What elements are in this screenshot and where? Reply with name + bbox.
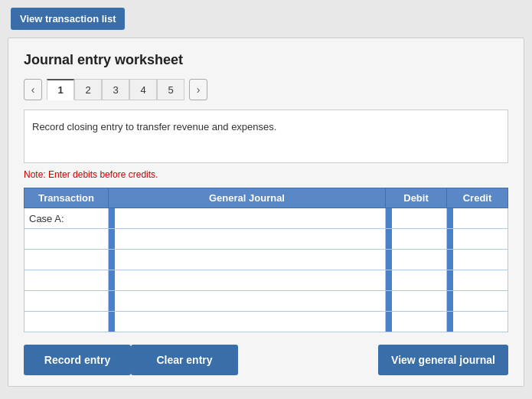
- debit-cell[interactable]: [386, 229, 447, 250]
- credit-cell[interactable]: [447, 270, 508, 291]
- blue-marker: [386, 208, 392, 228]
- general-journal-cell[interactable]: [109, 291, 386, 312]
- blue-marker: [447, 208, 453, 228]
- blue-marker: [447, 229, 453, 249]
- debit-cell[interactable]: [386, 291, 447, 312]
- general-journal-cell[interactable]: [109, 208, 386, 229]
- blue-marker: [109, 229, 115, 249]
- transaction-cell: Case A:: [24, 208, 109, 229]
- blue-marker: [109, 270, 115, 290]
- col-header-credit: Credit: [447, 188, 508, 208]
- clear-entry-button[interactable]: Clear entry: [131, 345, 238, 375]
- blue-marker: [447, 291, 453, 311]
- tabs-next-arrow[interactable]: ›: [189, 79, 207, 100]
- debit-input[interactable]: [392, 229, 446, 249]
- col-header-general-journal: General Journal: [109, 188, 386, 208]
- debit-cell[interactable]: [386, 250, 447, 270]
- transaction-cell: [24, 270, 109, 291]
- credit-input[interactable]: [453, 270, 508, 290]
- table-row: [24, 291, 508, 312]
- tab-2[interactable]: 2: [74, 79, 102, 100]
- debit-cell[interactable]: [386, 208, 447, 229]
- col-header-transaction: Transaction: [24, 188, 109, 208]
- transaction-cell: [24, 250, 109, 270]
- blue-marker: [386, 229, 392, 249]
- blue-marker: [109, 291, 115, 311]
- description-box: Record closing entry to transfer revenue…: [24, 110, 508, 163]
- credit-cell[interactable]: [447, 208, 508, 229]
- credit-cell[interactable]: [447, 250, 508, 270]
- note-text: Note: Enter debits before credits.: [24, 169, 508, 180]
- view-transaction-list-button[interactable]: View transaction list: [11, 8, 125, 30]
- general-journal-cell[interactable]: [109, 250, 386, 270]
- credit-input[interactable]: [453, 250, 508, 270]
- blue-marker: [109, 208, 115, 228]
- table-row: [24, 270, 508, 291]
- credit-input[interactable]: [453, 291, 508, 311]
- worksheet-title: Journal entry worksheet: [24, 52, 508, 68]
- transaction-cell: [24, 291, 109, 312]
- table-row: [24, 250, 508, 270]
- blue-marker: [109, 312, 115, 332]
- blue-marker: [447, 312, 453, 332]
- view-general-journal-button[interactable]: View general journal: [378, 345, 508, 375]
- transaction-cell: [24, 312, 109, 332]
- general-journal-input[interactable]: [115, 250, 385, 270]
- credit-cell[interactable]: [447, 229, 508, 250]
- general-journal-cell[interactable]: [109, 229, 386, 250]
- tabs-prev-arrow[interactable]: ‹: [24, 79, 42, 100]
- blue-marker: [447, 250, 453, 270]
- debit-cell[interactable]: [386, 270, 447, 291]
- blue-marker: [386, 270, 392, 290]
- general-journal-input[interactable]: [115, 312, 385, 332]
- journal-table: Transaction General Journal Debit Credit…: [24, 188, 508, 332]
- credit-cell[interactable]: [447, 312, 508, 332]
- debit-input[interactable]: [392, 312, 446, 332]
- credit-input[interactable]: [453, 229, 508, 249]
- record-entry-button[interactable]: Record entry: [24, 345, 131, 375]
- general-journal-input[interactable]: [115, 229, 385, 249]
- general-journal-input[interactable]: [115, 270, 385, 290]
- table-row: [24, 229, 508, 250]
- debit-input[interactable]: [392, 208, 446, 228]
- blue-marker: [386, 312, 392, 332]
- credit-input[interactable]: [453, 208, 508, 228]
- tab-3[interactable]: 3: [102, 79, 129, 100]
- credit-input[interactable]: [453, 312, 508, 332]
- debit-input[interactable]: [392, 291, 446, 311]
- general-journal-cell[interactable]: [109, 312, 386, 332]
- transaction-cell: [24, 229, 109, 250]
- debit-cell[interactable]: [386, 312, 447, 332]
- table-row: [24, 312, 508, 332]
- blue-marker: [109, 250, 115, 270]
- tabs-navigation: ‹ 1 2 3 4 5 ›: [24, 79, 508, 100]
- tabs-container: 1 2 3 4 5: [47, 79, 184, 100]
- general-journal-input[interactable]: [115, 291, 385, 311]
- table-row: Case A:: [24, 208, 508, 229]
- blue-marker: [386, 291, 392, 311]
- tab-5[interactable]: 5: [157, 79, 184, 100]
- debit-input[interactable]: [392, 250, 446, 270]
- tab-1[interactable]: 1: [47, 79, 74, 100]
- general-journal-input[interactable]: [115, 208, 385, 228]
- credit-cell[interactable]: [447, 291, 508, 312]
- tab-4[interactable]: 4: [129, 79, 157, 100]
- general-journal-cell[interactable]: [109, 270, 386, 291]
- actions-row: Record entry Clear entry View general jo…: [24, 345, 508, 375]
- blue-marker: [386, 250, 392, 270]
- debit-input[interactable]: [392, 270, 446, 290]
- col-header-debit: Debit: [386, 188, 447, 208]
- blue-marker: [447, 270, 453, 290]
